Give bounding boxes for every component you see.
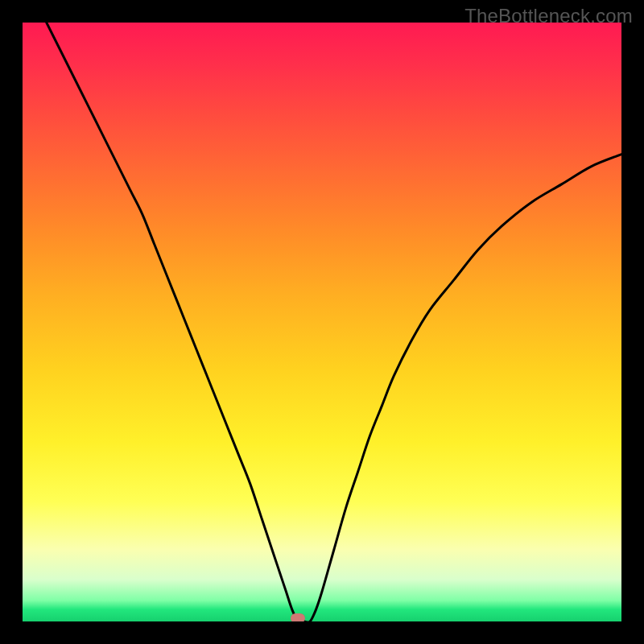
curve-path xyxy=(47,23,621,621)
bottleneck-curve xyxy=(23,23,621,621)
chart-frame: TheBottleneck.com xyxy=(0,0,644,644)
plot-area xyxy=(23,23,621,621)
watermark-text: TheBottleneck.com xyxy=(464,5,633,27)
optimal-marker xyxy=(291,613,305,621)
